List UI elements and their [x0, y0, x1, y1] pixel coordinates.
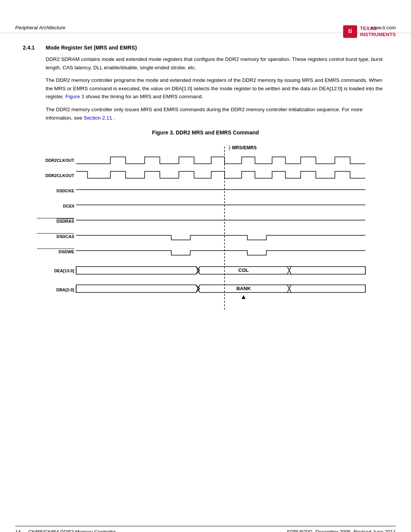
ti-logo: ti TEXAS INSTRUMENTS	[342, 25, 396, 38]
svg-text:DCE0: DCE0	[63, 204, 74, 208]
page-number: 14	[15, 529, 21, 532]
svg-marker-14	[76, 267, 200, 274]
col-label: COL	[238, 267, 249, 273]
main-content: 2.4.1 Mode Register Set (MRS and EMRS) D…	[0, 37, 411, 336]
svg-text:DSDRAS: DSDRAS	[57, 219, 74, 224]
svg-text:DEA[13:0]: DEA[13:0]	[54, 268, 74, 273]
timing-diagram-svg: ├ MRS/EMRS DDR2CLKOUT DDR2CLKOUT DSDCKE …	[34, 141, 377, 324]
paragraph-1: DDR2 SDRAM contains mode and extended mo…	[46, 55, 388, 72]
page-footer: 14 C6455/C6454 DDR2 Memory Controller SP…	[0, 526, 411, 532]
footer-page-info: 14 C6455/C6454 DDR2 Memory Controller	[15, 529, 116, 532]
footer-top-row: 14 C6455/C6454 DDR2 Memory Controller SP…	[15, 526, 396, 532]
section-title: Mode Register Set (MRS and EMRS)	[46, 45, 137, 51]
paragraph-2-text2: shows the timing for an MRS and EMRS com…	[86, 94, 203, 99]
svg-marker-15	[198, 267, 365, 274]
figure-3-link[interactable]: Figure 3	[65, 94, 84, 99]
svg-rect-28	[365, 267, 366, 274]
section-2-11-link[interactable]: Section 2.11	[84, 115, 112, 121]
bank-label: BANK	[236, 286, 251, 291]
svg-rect-2	[76, 141, 365, 324]
svg-text:DSDCKE: DSDCKE	[57, 189, 74, 193]
ti-logo-text: TEXAS INSTRUMENTS	[360, 26, 396, 37]
svg-text:DBA[2:0]: DBA[2:0]	[56, 288, 74, 292]
svg-text:DSDWE: DSDWE	[59, 249, 74, 254]
svg-text:ti: ti	[348, 28, 352, 34]
paragraph-2: The DDR2 memory controller programs the …	[46, 76, 388, 101]
timing-figure: Figure 3. DDR2 MRS and EMRS Command ├ MR…	[23, 129, 388, 325]
mrs-label: ├ MRS/EMRS	[228, 145, 257, 151]
svg-rect-29	[76, 285, 76, 292]
svg-text:DDR2CLKOUT: DDR2CLKOUT	[45, 158, 74, 163]
svg-marker-22	[198, 285, 365, 292]
svg-text:DSDCAS: DSDCAS	[57, 234, 74, 239]
svg-text:DDR2CLKOUT: DDR2CLKOUT	[45, 173, 74, 178]
svg-rect-27	[76, 267, 76, 274]
bank-arrow	[242, 295, 245, 299]
footer-doc-title: C6455/C6454 DDR2 Memory Controller	[28, 529, 116, 532]
paragraph-3-text2: .	[114, 115, 115, 121]
footer-doc-id: SPRU970G–December 2005–Revised June 2011	[287, 529, 396, 532]
svg-rect-30	[365, 285, 366, 292]
section-number: 2.4.1	[23, 45, 38, 51]
header-section: Peripheral Architecture	[15, 25, 65, 30]
svg-marker-21	[76, 285, 200, 292]
figure-title: Figure 3. DDR2 MRS and EMRS Command	[23, 129, 388, 136]
section-heading: 2.4.1 Mode Register Set (MRS and EMRS)	[23, 45, 388, 51]
paragraph-3: The DDR2 memory controller only issues M…	[46, 105, 388, 122]
